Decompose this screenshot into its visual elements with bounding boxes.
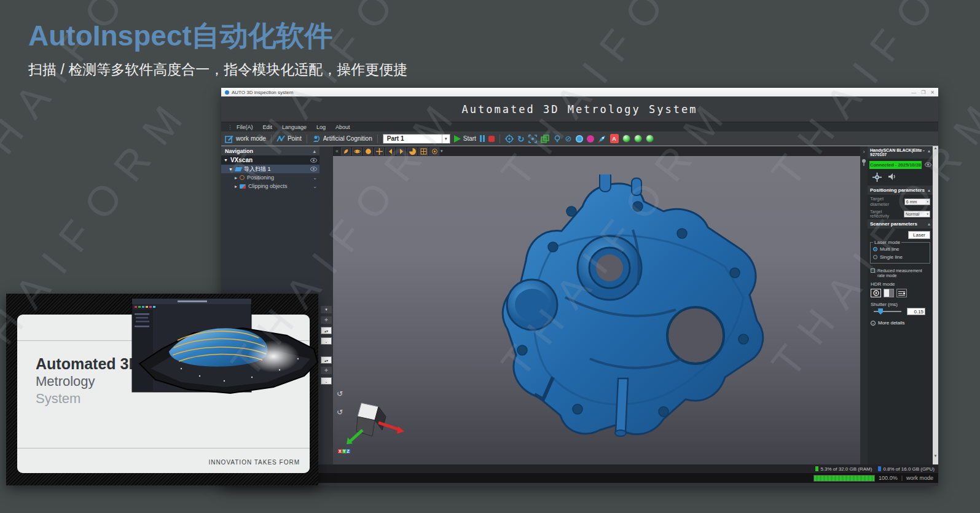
- window-titlebar[interactable]: AUTO 3D inspection system — ❐ ✕: [221, 88, 938, 96]
- progress-fill: [814, 476, 874, 481]
- restore-icon[interactable]: ❐: [921, 90, 925, 95]
- pin-icon[interactable]: [861, 159, 866, 166]
- rocket-button[interactable]: [598, 135, 606, 143]
- stop-button[interactable]: [488, 136, 495, 142]
- view-rotate-left-tool[interactable]: [385, 147, 395, 155]
- tree-item-clipping[interactable]: ▸ Clipping objects ⌄: [221, 182, 319, 190]
- spinner-icons[interactable]: ▲▼: [928, 309, 930, 314]
- scanner-panel: HandySCAN BLACK|Elite - 9270107 ▴ Connec…: [868, 146, 933, 464]
- chevron-down-icon[interactable]: ⌄: [313, 184, 317, 189]
- laser-single-option[interactable]: Single line: [873, 254, 927, 260]
- view-rotate-right-tool[interactable]: [396, 147, 406, 155]
- hdr-mode-auto-button[interactable]: [871, 289, 881, 297]
- blue-mode-button[interactable]: [576, 135, 583, 143]
- status-orb-3[interactable]: [646, 135, 654, 143]
- radio-icon: [873, 255, 877, 259]
- tree-item-positioning[interactable]: ▸ Positioning ⌄: [221, 173, 319, 182]
- app-window: AUTO 3D inspection system — ❐ ✕ Automate…: [221, 88, 938, 486]
- page-subtitle: 扫描 / 检测等多软件高度合一，指令模块化适配，操作更便捷: [28, 60, 407, 79]
- menu-log[interactable]: Log: [316, 124, 326, 130]
- navigation-header[interactable]: Navigation ▴: [221, 146, 319, 155]
- laser-off-button[interactable]: ⊘: [565, 134, 572, 143]
- collapse-icon[interactable]: ▴: [928, 187, 930, 193]
- chevron-right-icon[interactable]: ›: [860, 149, 868, 155]
- axis-gizmo[interactable]: ↺ ↺ XYZ: [338, 398, 406, 447]
- menu-edit[interactable]: Edit: [263, 124, 273, 130]
- rotate-cw-icon[interactable]: ↺: [337, 408, 343, 417]
- shutter-value-input[interactable]: 0.15: [907, 308, 925, 315]
- divider: [500, 135, 500, 143]
- pdf-export-button[interactable]: A: [610, 134, 619, 143]
- laser-button[interactable]: Laser: [908, 231, 930, 239]
- scan-region-button[interactable]: [528, 135, 537, 143]
- chevron-down-icon[interactable]: ▾: [441, 149, 443, 154]
- view-pie-tool[interactable]: [407, 147, 417, 155]
- hdr-mode-split-button[interactable]: [884, 289, 894, 297]
- collapse-left-icon[interactable]: «: [335, 148, 339, 154]
- target-diameter-value: 6 mm: [906, 200, 917, 204]
- laser-multi-option[interactable]: Multi line: [873, 246, 927, 252]
- chevron-right-icon: ▸: [235, 184, 237, 189]
- close-icon[interactable]: ✕: [930, 90, 935, 95]
- status-orb-1[interactable]: [622, 135, 630, 143]
- tree-root-label: VXscan: [230, 157, 253, 163]
- more-details-link[interactable]: › More details: [868, 316, 933, 330]
- volume-icon[interactable]: [888, 173, 897, 181]
- slider-handle[interactable]: [878, 308, 883, 315]
- viewport-3d[interactable]: « ▾: [333, 146, 860, 464]
- minimize-icon[interactable]: —: [911, 90, 916, 95]
- eye-icon[interactable]: [310, 166, 317, 171]
- hdr-mode-list-button[interactable]: [896, 289, 907, 297]
- crosshair-target-button[interactable]: [505, 135, 514, 143]
- divider: [307, 135, 307, 143]
- target-diameter-row: Target diameter 6 mm ▾: [868, 195, 933, 208]
- target-diameter-select[interactable]: 6 mm ▾: [904, 198, 930, 205]
- menu-about[interactable]: About: [335, 124, 350, 130]
- point-button[interactable]: Point: [276, 135, 302, 143]
- rotate-view-button[interactable]: ↻: [517, 134, 525, 144]
- start-button[interactable]: Start: [454, 135, 476, 143]
- target-reflectivity-label: Target reflectivity: [870, 210, 902, 218]
- scanned-part-model[interactable]: [479, 174, 774, 445]
- more-details-label: More details: [878, 320, 905, 326]
- view-eye-tool[interactable]: [429, 147, 439, 155]
- artificial-cognition-button[interactable]: Artificial Cognition: [312, 135, 372, 143]
- bulb-button[interactable]: [553, 135, 562, 143]
- menu-language[interactable]: Language: [282, 124, 307, 130]
- work-mode-button[interactable]: work mode: [225, 135, 266, 143]
- view-zoom-tool[interactable]: [363, 147, 373, 155]
- device-header[interactable]: HandySCAN BLACK|Elite - 9270107 ▴: [868, 146, 933, 159]
- part-select[interactable]: Part 1 ▾: [383, 134, 450, 144]
- collapse-icon[interactable]: ▴: [313, 148, 316, 154]
- chevron-down-icon: ▾: [927, 200, 928, 203]
- collapse-icon[interactable]: ▴: [928, 148, 930, 157]
- right-scrollbar[interactable]: ▲ ▼: [933, 146, 938, 464]
- status-orb-2[interactable]: [634, 135, 642, 143]
- tree-item-scan[interactable]: ▼ 导入扫描 1: [221, 165, 319, 173]
- layers-button[interactable]: [541, 135, 549, 143]
- shutter-slider[interactable]: [874, 308, 901, 315]
- tree-root-vxscan[interactable]: ▼ VXscan: [221, 155, 319, 165]
- view-hand-tool[interactable]: [341, 147, 351, 155]
- chevron-down-icon[interactable]: ⌄: [313, 175, 317, 181]
- status-bar: 2025/10/30 11:23:10 Start program 100.0%…: [221, 473, 938, 483]
- view-pan-tool[interactable]: [374, 147, 384, 155]
- pause-icon: [483, 135, 485, 142]
- pause-button[interactable]: [480, 135, 485, 142]
- reduced-rate-option[interactable]: Reduced measurement rate mode: [868, 265, 933, 280]
- magenta-mode-button[interactable]: [587, 135, 594, 143]
- positioning-parameters-header[interactable]: Positioning parameters ▴: [868, 186, 933, 195]
- menu-file[interactable]: File(A): [237, 124, 253, 130]
- eye-icon[interactable]: [925, 162, 931, 167]
- view-orbit-tool[interactable]: [352, 147, 362, 155]
- collapse-icon[interactable]: ▴: [928, 221, 930, 227]
- scroll-down-icon[interactable]: ▼: [933, 454, 938, 458]
- scroll-up-icon[interactable]: ▲: [933, 146, 938, 150]
- move-target-icon[interactable]: [872, 173, 882, 182]
- eye-icon[interactable]: [310, 158, 317, 163]
- rotate-ccw-icon[interactable]: ↺: [337, 390, 343, 398]
- target-reflectivity-select[interactable]: Normal ▾: [904, 211, 930, 217]
- view-grid-tool[interactable]: [418, 147, 428, 155]
- scanner-parameters-header[interactable]: Scanner parameters ▴: [868, 219, 933, 229]
- panel-collapse-strip[interactable]: ›: [860, 146, 868, 464]
